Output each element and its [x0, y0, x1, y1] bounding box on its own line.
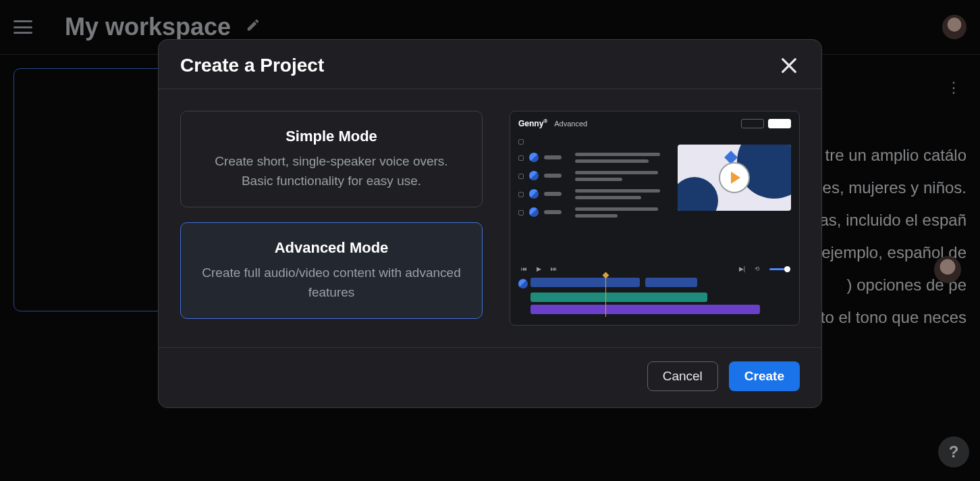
speaker-avatar-icon	[529, 153, 539, 162]
volume-slider	[769, 268, 788, 270]
speaker-avatar-icon	[529, 207, 539, 217]
create-button[interactable]: Create	[729, 361, 800, 391]
preview-toggles	[741, 119, 791, 128]
loop-icon: ⟲	[755, 265, 760, 272]
checkbox-icon	[518, 192, 524, 197]
timeline-clip	[530, 278, 640, 287]
mode-option-advanced[interactable]: Advanced Mode Create full audio/video co…	[180, 222, 483, 319]
placeholder-bar	[544, 210, 562, 214]
close-icon[interactable]	[778, 55, 800, 76]
speaker-avatar-icon	[518, 279, 528, 288]
checkbox-icon	[518, 139, 524, 145]
timeline-clip	[645, 278, 697, 287]
mode-preview: Genny® Advanced	[510, 111, 800, 326]
preview-mode-label: Advanced	[554, 120, 587, 128]
create-project-modal: Create a Project Simple Mode Create shor…	[158, 39, 822, 408]
modal-header: Create a Project	[159, 40, 821, 88]
mode-desc: Create short, single-speaker voice overs…	[200, 152, 463, 191]
mode-title: Advanced Mode	[200, 239, 463, 257]
preview-brand: Genny®	[518, 118, 547, 128]
speaker-avatar-icon	[529, 171, 539, 180]
modal-body: Simple Mode Create short, single-speaker…	[159, 89, 821, 347]
mode-desc: Create full audio/video content with adv…	[200, 263, 463, 302]
preview-transport: ⏮ ▶ ⏭ ▶| ⟲	[518, 265, 791, 272]
cancel-button[interactable]: Cancel	[647, 361, 718, 391]
playhead-icon	[605, 276, 606, 317]
modal-overlay: Create a Project Simple Mode Create shor…	[0, 0, 980, 481]
modal-title: Create a Project	[180, 55, 324, 76]
timeline-clip	[530, 305, 760, 314]
checkbox-icon	[518, 155, 524, 161]
checkbox-icon	[518, 210, 524, 216]
timeline-clip	[530, 293, 707, 302]
play-small-icon: ▶	[537, 265, 541, 272]
placeholder-bar	[544, 155, 562, 159]
placeholder-bar	[544, 174, 562, 178]
skip-fwd-icon: ⏭	[551, 265, 557, 272]
skip-back-icon: ⏮	[521, 265, 527, 272]
speaker-avatar-icon	[529, 189, 539, 199]
checkbox-icon	[518, 174, 524, 179]
placeholder-bar	[544, 192, 562, 196]
preview-video-thumb	[678, 145, 791, 211]
next-icon: ▶|	[739, 265, 745, 272]
play-icon	[719, 162, 750, 193]
preview-rows	[518, 134, 670, 260]
toggle-off-icon	[741, 119, 764, 128]
preview-timeline	[518, 278, 791, 317]
mode-title: Simple Mode	[200, 128, 463, 145]
mode-option-simple[interactable]: Simple Mode Create short, single-speaker…	[180, 111, 483, 207]
mode-options: Simple Mode Create short, single-speaker…	[180, 111, 483, 326]
modal-footer: Cancel Create	[159, 347, 821, 407]
toggle-on-icon	[768, 119, 791, 128]
